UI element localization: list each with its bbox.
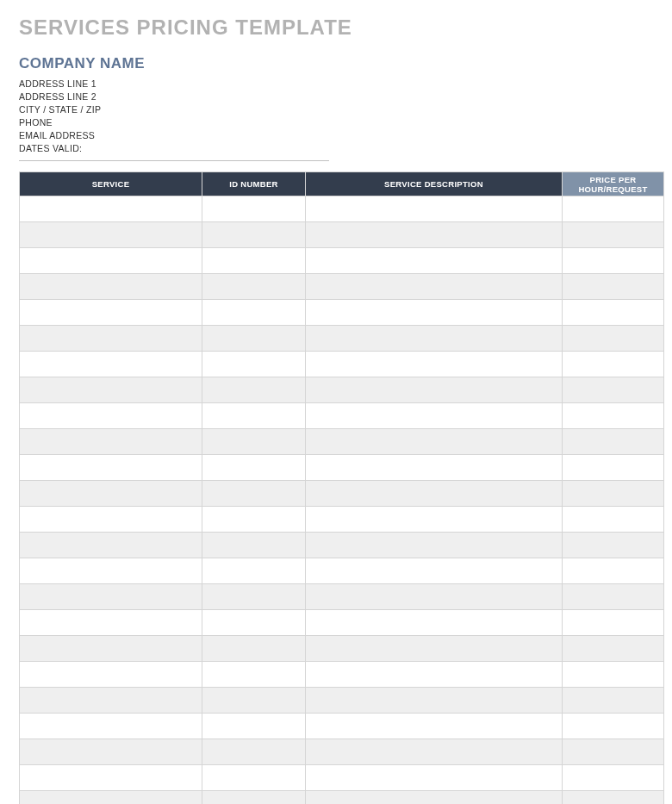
cell-price[interactable] xyxy=(563,274,664,300)
cell-price[interactable] xyxy=(563,326,664,352)
cell-description[interactable] xyxy=(306,274,563,300)
cell-description[interactable] xyxy=(306,481,563,507)
cell-price[interactable] xyxy=(563,558,664,584)
cell-description[interactable] xyxy=(306,222,563,248)
cell-service[interactable] xyxy=(20,714,202,739)
cell-id_number[interactable] xyxy=(202,507,306,533)
table-row xyxy=(20,558,664,584)
cell-description[interactable] xyxy=(306,791,563,805)
cell-price[interactable] xyxy=(563,610,664,636)
cell-id_number[interactable] xyxy=(202,403,306,429)
cell-service[interactable] xyxy=(20,610,202,636)
cell-price[interactable] xyxy=(563,533,664,558)
cell-description[interactable] xyxy=(306,429,563,455)
cell-description[interactable] xyxy=(306,326,563,352)
cell-service[interactable] xyxy=(20,636,202,662)
cell-id_number[interactable] xyxy=(202,300,306,326)
cell-service[interactable] xyxy=(20,429,202,455)
cell-description[interactable] xyxy=(306,765,563,791)
cell-id_number[interactable] xyxy=(202,765,306,791)
cell-id_number[interactable] xyxy=(202,196,306,222)
cell-price[interactable] xyxy=(563,300,664,326)
cell-price[interactable] xyxy=(563,507,664,533)
cell-id_number[interactable] xyxy=(202,584,306,610)
cell-id_number[interactable] xyxy=(202,429,306,455)
cell-service[interactable] xyxy=(20,507,202,533)
cell-service[interactable] xyxy=(20,403,202,429)
cell-id_number[interactable] xyxy=(202,352,306,377)
cell-price[interactable] xyxy=(563,636,664,662)
cell-description[interactable] xyxy=(306,196,563,222)
cell-id_number[interactable] xyxy=(202,248,306,274)
cell-service[interactable] xyxy=(20,688,202,714)
cell-price[interactable] xyxy=(563,714,664,739)
cell-service[interactable] xyxy=(20,739,202,765)
cell-id_number[interactable] xyxy=(202,739,306,765)
cell-description[interactable] xyxy=(306,662,563,688)
cell-id_number[interactable] xyxy=(202,714,306,739)
cell-description[interactable] xyxy=(306,558,563,584)
cell-service[interactable] xyxy=(20,326,202,352)
cell-price[interactable] xyxy=(563,688,664,714)
cell-price[interactable] xyxy=(563,248,664,274)
cell-description[interactable] xyxy=(306,636,563,662)
cell-service[interactable] xyxy=(20,300,202,326)
cell-description[interactable] xyxy=(306,455,563,481)
cell-description[interactable] xyxy=(306,403,563,429)
cell-service[interactable] xyxy=(20,455,202,481)
cell-description[interactable] xyxy=(306,377,563,403)
cell-description[interactable] xyxy=(306,688,563,714)
cell-service[interactable] xyxy=(20,352,202,377)
cell-description[interactable] xyxy=(306,300,563,326)
cell-price[interactable] xyxy=(563,429,664,455)
table-row xyxy=(20,196,664,222)
cell-service[interactable] xyxy=(20,791,202,805)
cell-price[interactable] xyxy=(563,455,664,481)
cell-service[interactable] xyxy=(20,481,202,507)
cell-service[interactable] xyxy=(20,274,202,300)
cell-price[interactable] xyxy=(563,481,664,507)
cell-price[interactable] xyxy=(563,403,664,429)
cell-id_number[interactable] xyxy=(202,636,306,662)
cell-service[interactable] xyxy=(20,533,202,558)
cell-id_number[interactable] xyxy=(202,274,306,300)
cell-id_number[interactable] xyxy=(202,326,306,352)
cell-id_number[interactable] xyxy=(202,688,306,714)
cell-id_number[interactable] xyxy=(202,610,306,636)
cell-price[interactable] xyxy=(563,739,664,765)
cell-price[interactable] xyxy=(563,352,664,377)
cell-id_number[interactable] xyxy=(202,533,306,558)
cell-description[interactable] xyxy=(306,739,563,765)
cell-service[interactable] xyxy=(20,196,202,222)
cell-service[interactable] xyxy=(20,662,202,688)
cell-price[interactable] xyxy=(563,662,664,688)
cell-service[interactable] xyxy=(20,558,202,584)
cell-price[interactable] xyxy=(563,222,664,248)
cell-price[interactable] xyxy=(563,584,664,610)
cell-price[interactable] xyxy=(563,765,664,791)
cell-id_number[interactable] xyxy=(202,455,306,481)
cell-service[interactable] xyxy=(20,584,202,610)
cell-id_number[interactable] xyxy=(202,377,306,403)
cell-description[interactable] xyxy=(306,507,563,533)
table-row xyxy=(20,222,664,248)
cell-price[interactable] xyxy=(563,377,664,403)
cell-description[interactable] xyxy=(306,610,563,636)
cell-service[interactable] xyxy=(20,765,202,791)
cell-description[interactable] xyxy=(306,584,563,610)
cell-service[interactable] xyxy=(20,222,202,248)
cell-id_number[interactable] xyxy=(202,222,306,248)
table-row xyxy=(20,274,664,300)
cell-price[interactable] xyxy=(563,196,664,222)
cell-description[interactable] xyxy=(306,533,563,558)
cell-id_number[interactable] xyxy=(202,662,306,688)
cell-description[interactable] xyxy=(306,248,563,274)
cell-description[interactable] xyxy=(306,714,563,739)
cell-service[interactable] xyxy=(20,377,202,403)
cell-id_number[interactable] xyxy=(202,791,306,805)
cell-description[interactable] xyxy=(306,352,563,377)
cell-id_number[interactable] xyxy=(202,481,306,507)
cell-service[interactable] xyxy=(20,248,202,274)
cell-price[interactable] xyxy=(563,791,664,805)
cell-id_number[interactable] xyxy=(202,558,306,584)
